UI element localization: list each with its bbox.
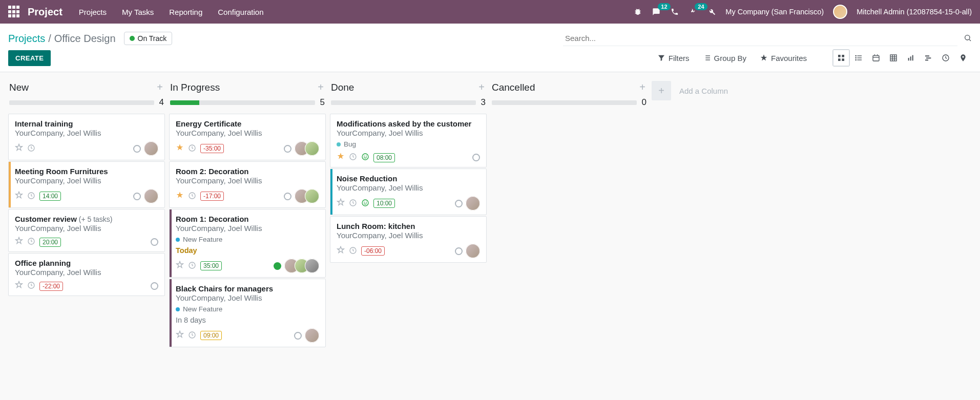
column-progress-bar[interactable]: [9, 100, 154, 105]
kanban-state-icon[interactable]: [274, 262, 281, 270]
priority-star-icon[interactable]: [337, 152, 345, 163]
view-map-button[interactable]: [954, 49, 972, 67]
priority-star-icon[interactable]: [15, 281, 23, 291]
phone-icon[interactable]: [670, 7, 679, 16]
activity-clock-icon[interactable]: [349, 199, 357, 208]
search-input[interactable]: [563, 31, 957, 46]
task-card[interactable]: Energy Certificate YourCompany, Joel Wil…: [169, 114, 326, 160]
column-add-icon[interactable]: +: [639, 81, 645, 93]
breadcrumb-projects[interactable]: Projects: [8, 33, 45, 45]
nav-link-projects[interactable]: Projects: [79, 8, 107, 16]
svg-rect-28: [910, 56, 911, 60]
favourites-button[interactable]: Favourites: [760, 54, 807, 62]
column-count: 0: [642, 97, 647, 108]
top-navbar: Project Projects My Tasks Reporting Conf…: [0, 0, 980, 24]
task-card[interactable]: Noise Reduction YourCompany, Joel Willis…: [330, 169, 487, 215]
column-add-icon[interactable]: +: [318, 81, 324, 93]
create-button[interactable]: CREATE: [8, 50, 51, 66]
view-graph-button[interactable]: [902, 49, 920, 67]
priority-star-icon[interactable]: [176, 261, 184, 271]
kanban-state-icon[interactable]: [151, 282, 158, 290]
priority-star-icon[interactable]: [15, 143, 23, 154]
add-column[interactable]: +Add a Column: [652, 80, 728, 101]
task-customer: YourCompany, Joel Willis: [176, 176, 319, 185]
column-title[interactable]: New: [9, 82, 29, 93]
task-card[interactable]: Customer review (+ 5 tasks) YourCompany,…: [8, 209, 165, 252]
user-avatar[interactable]: [833, 5, 847, 19]
task-card[interactable]: Internal training YourCompany, Joel Will…: [8, 114, 165, 160]
filters-button[interactable]: Filters: [657, 54, 690, 62]
activity-clock-icon[interactable]: [188, 192, 196, 201]
company-selector[interactable]: My Company (San Francisco): [725, 8, 824, 16]
nav-link-my-tasks[interactable]: My Tasks: [122, 8, 154, 16]
column-title[interactable]: Cancelled: [492, 82, 535, 93]
column-title[interactable]: Done: [331, 82, 354, 93]
assignee-avatar[interactable]: [144, 189, 158, 203]
kanban-state-icon[interactable]: [133, 145, 141, 153]
activity-clock-icon[interactable]: [188, 331, 196, 341]
kanban-state-icon[interactable]: [151, 238, 158, 246]
nav-link-reporting[interactable]: Reporting: [169, 8, 202, 16]
priority-star-icon[interactable]: [176, 330, 184, 341]
assignee-avatar[interactable]: [466, 244, 480, 258]
kanban-state-icon[interactable]: [472, 154, 480, 161]
kanban-state-icon[interactable]: [455, 247, 463, 255]
svg-point-49: [366, 202, 367, 202]
priority-star-icon[interactable]: [15, 191, 23, 202]
messages-icon[interactable]: 12: [652, 7, 661, 16]
activity-clock-icon[interactable]: [188, 144, 196, 154]
priority-star-icon[interactable]: [337, 246, 345, 257]
priority-star-icon[interactable]: [176, 191, 184, 202]
activities-icon[interactable]: 24: [689, 7, 698, 16]
activity-clock-icon[interactable]: [27, 144, 35, 154]
kanban-state-icon[interactable]: [455, 200, 463, 207]
kanban-state-icon[interactable]: [284, 145, 291, 153]
groupby-button[interactable]: Group By: [703, 54, 746, 62]
view-pivot-button[interactable]: [885, 49, 902, 67]
activity-clock-icon[interactable]: [188, 261, 196, 271]
view-kanban-button[interactable]: [832, 49, 850, 67]
priority-star-icon[interactable]: [176, 143, 184, 154]
priority-star-icon[interactable]: [337, 198, 345, 209]
assignee-avatar[interactable]: [466, 196, 480, 210]
activity-clock-icon[interactable]: [349, 246, 357, 256]
apps-icon[interactable]: [8, 6, 20, 18]
view-calendar-button[interactable]: [867, 49, 885, 67]
column-title[interactable]: In Progress: [170, 82, 220, 93]
kanban-state-icon[interactable]: [294, 332, 302, 340]
task-card[interactable]: Lunch Room: kitchen YourCompany, Joel Wi…: [330, 216, 487, 263]
column-add-icon[interactable]: +: [478, 81, 485, 93]
column-progress-bar[interactable]: [331, 100, 476, 105]
view-list-button[interactable]: [850, 49, 867, 67]
view-activity-button[interactable]: [937, 49, 954, 67]
hours-pill: 35:00: [200, 261, 222, 270]
app-brand[interactable]: Project: [28, 6, 62, 18]
task-card[interactable]: Room 1: Decoration YourCompany, Joel Wil…: [169, 209, 326, 278]
nav-link-configuration[interactable]: Configuration: [218, 8, 263, 16]
kanban-state-icon[interactable]: [133, 193, 141, 200]
task-card[interactable]: Room 2: Decoration YourCompany, Joel Wil…: [169, 161, 326, 208]
task-card[interactable]: Meeting Room Furnitures YourCompany, Joe…: [8, 161, 165, 208]
svg-rect-22: [890, 55, 896, 61]
column-progress-bar[interactable]: [170, 100, 315, 105]
tools-icon[interactable]: [707, 7, 716, 16]
activity-clock-icon[interactable]: [27, 281, 35, 291]
kanban-state-icon[interactable]: [284, 193, 291, 200]
column-progress-bar[interactable]: [492, 100, 637, 105]
user-name[interactable]: Mitchell Admin (12087854-15-0-all): [857, 8, 972, 16]
list-icon: [703, 54, 711, 62]
task-card[interactable]: Office planning YourCompany, Joel Willis…: [8, 253, 165, 296]
assignee-avatar[interactable]: [305, 328, 319, 343]
bug-icon[interactable]: [633, 7, 642, 16]
activity-clock-icon[interactable]: [27, 237, 35, 247]
task-card[interactable]: Modifications asked by the customer Your…: [330, 114, 487, 167]
activity-clock-icon[interactable]: [349, 153, 357, 162]
priority-star-icon[interactable]: [15, 237, 23, 247]
view-gantt-button[interactable]: [920, 49, 937, 67]
search-icon[interactable]: [964, 34, 972, 44]
project-status-button[interactable]: On Track: [124, 32, 173, 45]
column-add-icon[interactable]: +: [157, 81, 163, 93]
activity-clock-icon[interactable]: [27, 192, 35, 201]
task-card[interactable]: Black Chairs for managers YourCompany, J…: [169, 279, 326, 347]
assignee-avatar[interactable]: [144, 141, 158, 156]
